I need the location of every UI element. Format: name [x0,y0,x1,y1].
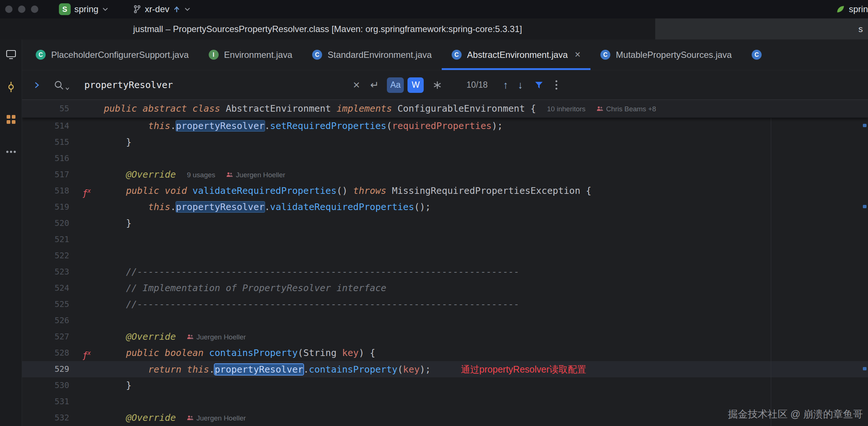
line-number[interactable]: 522 [22,248,69,264]
tab-StandardEnvironment.java[interactable]: CStandardEnvironment.java [302,39,442,70]
more-tool-windows-icon[interactable] [5,146,17,157]
code-editor[interactable]: 55public abstract class AbstractEnvironm… [22,100,868,426]
gutter[interactable] [69,118,104,134]
overriding-method-icon[interactable]: ƒx [82,188,91,198]
line-number[interactable]: 529 [22,361,69,377]
token: this [148,121,170,131]
gutter[interactable] [69,150,104,167]
words-toggle[interactable]: W [407,77,424,93]
line-number[interactable]: 523 [22,264,69,280]
expand-chevron-icon[interactable] [34,81,40,89]
run-config-widget[interactable]: sprin [836,4,868,14]
class-icon: C [752,50,762,60]
gutter[interactable] [69,361,104,377]
project-logo-icon: S [59,3,71,15]
gutter[interactable]: ƒx [69,345,104,361]
gutter[interactable] [69,134,104,150]
close-icon[interactable]: × [575,50,581,60]
commit-icon[interactable] [5,81,17,92]
match-case-toggle[interactable]: Aa [387,77,404,93]
author-hint[interactable]: Juergen Hoeller [226,167,285,183]
arrow-down-icon[interactable]: ↓ [518,79,523,91]
newline-icon[interactable]: ↵ [370,79,379,91]
line-number[interactable]: 530 [22,377,69,394]
gutter[interactable] [69,199,104,215]
monitor-icon[interactable] [5,49,17,60]
search-icon[interactable] [54,80,70,90]
line-number[interactable]: 527 [22,329,69,345]
overriding-method-icon[interactable]: ƒx [82,350,91,360]
clear-icon[interactable]: × [353,78,360,92]
gutter[interactable] [69,280,104,296]
usages-hint[interactable]: 10 inheritors [547,100,586,118]
tab-AbstractEnvironment.java[interactable]: CAbstractEnvironment.java× [442,39,590,70]
gutter[interactable] [69,329,104,345]
token: //--------------------------------------… [104,299,519,310]
line-number[interactable]: 514 [22,118,69,134]
token: } [104,218,131,228]
gutter[interactable] [69,410,104,426]
gutter[interactable] [69,377,104,394]
structure-icon[interactable] [5,114,17,125]
gutter[interactable] [69,296,104,312]
line-number[interactable]: 524 [22,280,69,296]
search-result-stripe-mark[interactable] [863,205,867,208]
arrow-up-icon[interactable]: ↑ [503,79,508,91]
tab-Environment.java[interactable]: IEnvironment.java [199,39,302,70]
token: (); [414,202,431,212]
gutter[interactable] [69,248,104,264]
vcs-branch-widget[interactable]: xr-dev [133,4,191,14]
token: validateRequiredProperties [193,185,336,196]
window-controls [5,6,38,13]
line-number[interactable]: 531 [22,394,69,410]
line-number[interactable]: 519 [22,199,69,215]
search-result-stripe-mark[interactable] [863,367,867,370]
token: key [342,348,359,358]
line-number[interactable]: 55 [22,100,69,118]
code-line-529: 529 return this.propertyResolver.contain… [22,361,868,377]
search-occurrence: propertyResolver [215,364,303,375]
line-number[interactable]: 526 [22,312,69,329]
author-hint[interactable]: Juergen Hoeller [187,410,246,426]
line-number[interactable]: 518 [22,183,69,199]
tool-window-stripe [0,39,22,426]
gutter[interactable] [69,312,104,329]
maximize-window-button[interactable] [31,6,38,13]
token: ) { [359,348,375,358]
gutter[interactable]: ƒx [69,183,104,199]
gutter[interactable] [69,167,104,183]
gutter[interactable] [69,231,104,248]
line-number[interactable]: 521 [22,231,69,248]
author-hint[interactable]: Juergen Hoeller [187,329,246,345]
search-result-stripe-mark[interactable] [863,124,867,127]
search-input[interactable] [84,79,350,91]
gutter[interactable] [69,394,104,410]
gutter[interactable] [69,215,104,231]
tab-label: AbstractEnvironment.java [467,50,568,60]
gutter[interactable] [69,264,104,280]
line-number[interactable]: 532 [22,410,69,426]
filter-icon[interactable] [534,80,544,90]
abstract-class-icon: C [452,50,462,60]
line-number[interactable]: 520 [22,215,69,231]
tab-PlaceholderConfigurerSupport.java[interactable]: CPlaceholderConfigurerSupport.java [26,39,199,70]
line-number[interactable]: 515 [22,134,69,150]
usages-hint[interactable]: 9 usages [187,167,215,183]
line-number[interactable]: 528 [22,345,69,361]
hint-label: Juergen Hoeller [197,329,246,345]
line-number[interactable]: 525 [22,296,69,312]
line-number[interactable]: 517 [22,167,69,183]
author-icon [187,329,194,345]
tab-MutablePropertySources.java[interactable]: CMutablePropertySources.java [590,39,742,70]
author-hint[interactable]: Chris Beams +8 [597,100,656,118]
code-line-524: 524 // Implementation of PropertyResolve… [22,280,868,296]
project-widget[interactable]: S spring [59,3,109,15]
close-window-button[interactable] [5,6,13,13]
line-number[interactable]: 516 [22,150,69,167]
gutter[interactable] [69,100,104,118]
minimize-window-button[interactable] [18,6,25,13]
code-line-526: 526 [22,312,868,329]
regex-icon[interactable] [433,80,442,90]
tab-clipped[interactable]: C [742,39,772,70]
more-options-icon[interactable] [555,80,557,90]
